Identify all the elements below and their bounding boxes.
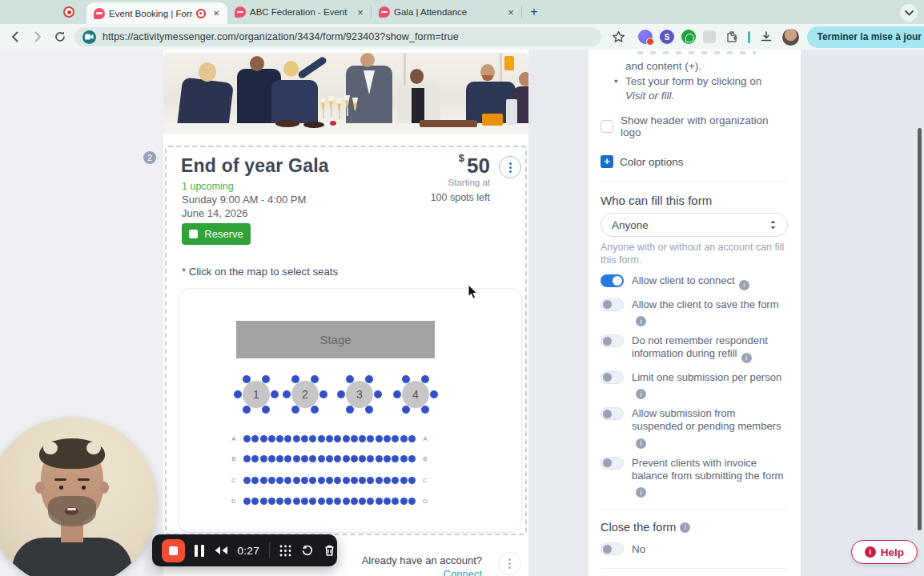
row-seat-dot[interactable]	[301, 435, 308, 442]
row-seat-dot[interactable]	[268, 435, 275, 442]
extension-s-icon[interactable]: S	[660, 30, 674, 44]
browser-tab-1[interactable]: ABC Federation - Event Book×	[227, 0, 372, 24]
row-seat-dot[interactable]	[367, 477, 374, 484]
toggle-switch[interactable]	[601, 334, 624, 347]
info-icon[interactable]: i	[636, 389, 646, 399]
toggle-switch[interactable]	[601, 407, 624, 420]
restart-recording-icon[interactable]	[301, 544, 314, 557]
row-seat-dot[interactable]	[400, 455, 408, 462]
help-button[interactable]: i Help	[851, 540, 918, 564]
row-seat-dot[interactable]	[392, 477, 399, 484]
row-seat-dot[interactable]	[243, 498, 251, 505]
row-seat-dot[interactable]	[276, 498, 283, 505]
row-seat-dot[interactable]	[301, 498, 308, 505]
whatsapp-extension-icon[interactable]	[681, 30, 696, 44]
browser-tab-0[interactable]: Event Booking | Form | AB×	[86, 2, 227, 24]
row-seat-dot[interactable]	[376, 455, 383, 462]
table-number[interactable]: 1	[243, 381, 270, 408]
row-seat-dot[interactable]	[376, 435, 383, 442]
inactive-extension-icon[interactable]	[703, 30, 716, 43]
row-seat-dot[interactable]	[400, 477, 408, 484]
extensions-puzzle-icon[interactable]	[723, 28, 741, 46]
row-seat-dot[interactable]	[392, 498, 399, 505]
row-seat-dot[interactable]	[326, 435, 333, 442]
row-seat-dot[interactable]	[392, 455, 399, 462]
table-seat-dot[interactable]	[243, 406, 251, 414]
table-seat-dot[interactable]	[430, 390, 438, 398]
profile-avatar[interactable]	[782, 29, 799, 46]
row-seat-dot[interactable]	[408, 455, 416, 462]
row-seat-dot[interactable]	[260, 498, 267, 505]
row-seat-dot[interactable]	[284, 498, 291, 505]
row-seat-dot[interactable]	[343, 435, 350, 442]
bookmark-star-icon[interactable]	[609, 28, 627, 46]
row-seat-dot[interactable]	[268, 498, 275, 505]
table-seat-dot[interactable]	[337, 390, 345, 398]
row-seat-dot[interactable]	[318, 477, 325, 484]
table-seat-dot[interactable]	[262, 406, 270, 414]
tab-close-icon[interactable]: ×	[504, 6, 517, 18]
row-seat-dot[interactable]	[400, 435, 408, 442]
who-can-fill-select[interactable]: Anyone	[601, 213, 788, 237]
row-seat-dot[interactable]	[268, 455, 275, 462]
info-icon[interactable]: i	[636, 316, 646, 326]
info-icon[interactable]: i	[741, 353, 752, 363]
table-seat-dot[interactable]	[374, 390, 382, 398]
row-seat-dot[interactable]	[243, 455, 251, 462]
forward-button[interactable]	[28, 27, 47, 46]
row-seat-dot[interactable]	[334, 455, 341, 462]
row-seat-dot[interactable]	[318, 435, 325, 442]
row-seat-dot[interactable]	[293, 435, 300, 442]
row-seat-dot[interactable]	[343, 498, 350, 505]
pause-recording-button[interactable]	[195, 545, 204, 557]
extension-icon[interactable]	[638, 30, 653, 44]
row-seat-dot[interactable]	[367, 498, 374, 505]
row-seat-dot[interactable]	[359, 455, 366, 462]
tab-close-icon[interactable]: ×	[354, 6, 367, 18]
row-seat-dot[interactable]	[260, 435, 267, 442]
row-seat-dot[interactable]	[309, 498, 316, 505]
tab-search-chevron-down-icon[interactable]	[900, 4, 918, 22]
table-number[interactable]: 2	[291, 381, 319, 408]
rewind-button[interactable]	[214, 546, 228, 555]
table-seat-dot[interactable]	[291, 406, 299, 414]
tab-close-icon[interactable]: ×	[210, 7, 223, 20]
row-seat-dot[interactable]	[309, 477, 316, 484]
row-seat-dot[interactable]	[284, 455, 291, 462]
row-seat-dot[interactable]	[384, 477, 391, 484]
browser-update-button[interactable]: Terminer la mise à jour	[807, 26, 924, 48]
row-seat-dot[interactable]	[301, 455, 308, 462]
row-seat-dot[interactable]	[343, 455, 350, 462]
row-seat-dot[interactable]	[384, 498, 391, 505]
footer-options-kebab-button[interactable]	[498, 552, 521, 575]
show-header-checkbox[interactable]	[601, 120, 613, 133]
row-seat-dot[interactable]	[276, 435, 283, 442]
table-seat-dot[interactable]	[234, 390, 242, 398]
row-seat-dot[interactable]	[334, 477, 341, 484]
toggle-switch[interactable]	[601, 457, 624, 470]
row-seat-dot[interactable]	[408, 477, 416, 484]
expand-plus-icon[interactable]: +	[601, 155, 613, 168]
row-seat-dot[interactable]	[359, 435, 366, 442]
row-seat-dot[interactable]	[408, 498, 416, 505]
row-seat-dot[interactable]	[376, 498, 383, 505]
row-seat-dot[interactable]	[367, 435, 374, 442]
row-seat-dot[interactable]	[351, 498, 358, 505]
row-seat-dot[interactable]	[251, 455, 259, 462]
page-scrollbar[interactable]	[918, 128, 922, 530]
table-seat-dot[interactable]	[393, 390, 401, 398]
new-tab-button[interactable]: +	[525, 3, 543, 21]
row-seat-dot[interactable]	[268, 477, 275, 484]
stop-recording-button[interactable]	[162, 539, 185, 562]
row-seat-dot[interactable]	[351, 455, 358, 462]
table-seat-dot[interactable]	[311, 406, 319, 414]
row-seat-dot[interactable]	[276, 455, 283, 462]
toggle-switch[interactable]	[601, 274, 624, 287]
row-seat-dot[interactable]	[318, 498, 325, 505]
row-seat-dot[interactable]	[260, 477, 267, 484]
table-number[interactable]: 4	[402, 381, 429, 408]
row-seat-dot[interactable]	[392, 435, 399, 442]
row-seat-dot[interactable]	[251, 498, 259, 505]
toggle-switch[interactable]	[601, 371, 624, 384]
event-block-card[interactable]: End of year Gala $50 Starting at 100 spo…	[165, 146, 527, 535]
